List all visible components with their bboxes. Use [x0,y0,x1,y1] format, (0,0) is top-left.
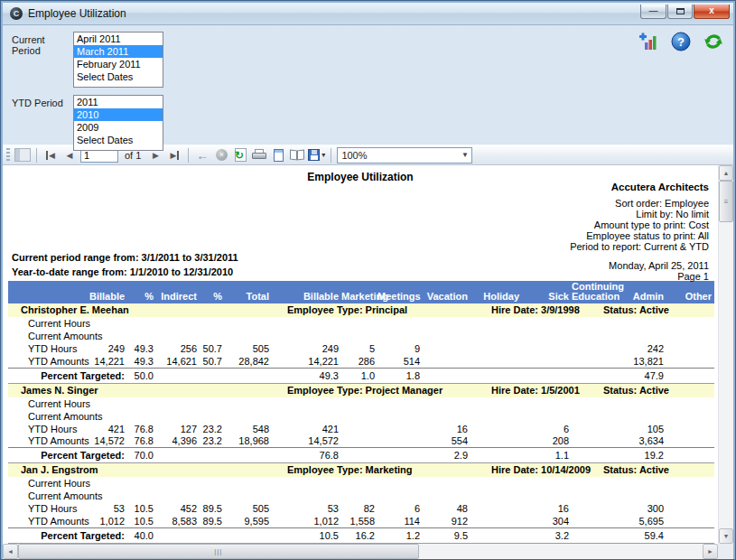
ytd-period-listbox[interactable]: 2011 2010 2009 Select Dates [73,95,163,151]
table-cell [272,490,341,502]
employee-header-cell: Christopher E. MeehanEmployee Type: Prin… [8,303,714,317]
table-cell [225,317,272,330]
vertical-scroll-thumb[interactable]: ≡ [719,181,733,222]
vertical-scrollbar[interactable]: ▲ ≡ ▼ [718,165,733,544]
table-cell [470,477,522,490]
list-item-selected[interactable]: March 2011 [74,45,163,58]
scroll-up-button[interactable]: ▲ [719,165,733,181]
last-page-button[interactable]: ▶ [166,147,182,163]
employee-header: Jan J. EngstromEmployee Type: MarketingH… [8,463,714,477]
table-cell: 6 [377,502,423,515]
employee-utilization-window: C Employee Utilization — x Current Perio… [0,0,736,560]
column-header: Meetings [377,281,423,303]
employee-header-row: Christopher E. MeehanEmployee Type: Prin… [8,303,714,317]
scroll-left-button[interactable]: ◄ [3,544,18,559]
table-cell [572,423,619,435]
table-cell: 505 [225,502,272,515]
employee-header-cell: Jan J. EngstromEmployee Type: MarketingH… [8,463,714,478]
table-cell [470,435,522,448]
toolbar-grip[interactable] [6,148,10,163]
table-cell: 53 [272,502,341,515]
table-row: Current Amounts [8,490,714,502]
help-button[interactable]: ? [670,31,692,52]
table-cell: 16.2 [341,527,377,543]
vertical-scroll-track[interactable] [719,222,733,528]
table-cell [225,490,272,502]
scroll-down-button[interactable]: ▼ [719,528,733,544]
table-cell [572,355,619,368]
table-cell: 49.3 [127,342,156,355]
table-cell [377,435,423,448]
table-row: Current Amounts [8,330,714,342]
table-cell: 1,012 [272,515,341,527]
table-cell: 249 [272,342,341,355]
table-cell [423,397,470,410]
table-cell [619,397,666,410]
zoom-select[interactable]: 100% ▼ [337,147,472,163]
table-cell [127,477,156,490]
zoom-value: 100% [338,150,458,161]
refresh-report-button[interactable]: ↻ [232,147,248,163]
table-cell [666,435,714,448]
table-cell [341,477,377,490]
table-cell [200,527,225,543]
back-button[interactable]: ← [194,147,210,163]
parameter-panel: Current Period April 2011 March 2011 Feb… [3,25,733,145]
percent-targeted-label: Percent Targeted: [8,527,127,543]
table-cell [89,397,127,410]
list-item[interactable]: April 2011 [74,33,163,45]
meta-line: Employee status to print: All [570,230,709,241]
refresh-button[interactable] [703,31,724,52]
list-item[interactable]: 2009 [74,121,163,134]
table-cell [522,368,572,383]
table-cell [423,317,470,330]
table-cell: 48 [423,502,470,515]
table-cell [200,330,225,342]
chart-plus-icon [638,32,658,51]
scroll-right-button[interactable]: ► [703,544,718,559]
table-cell [666,527,714,543]
horizontal-scrollbar[interactable]: ◄ ||| ► [3,544,718,559]
chart-button[interactable] [638,31,659,52]
table-cell [156,448,200,463]
table-cell [470,502,522,515]
table-cell [341,448,377,463]
list-item-selected[interactable]: 2010 [74,108,163,121]
report-table-body: Billable%Indirect%TotalBillableMarketing… [8,281,714,544]
table-cell: 5 [341,342,377,355]
horizontal-scroll-thumb[interactable]: ||| [18,544,419,559]
percent-targeted-label: Percent Targeted: [8,448,127,463]
report-page: Employee Utilization Accutera Architects… [3,165,718,544]
print-layout-button[interactable] [270,147,286,163]
table-cell [127,317,156,330]
ytd-range: Year-to-date range from: 1/1/2010 to 12/… [12,265,238,279]
employee-hire-date: Hire Date: 10/14/2009 [491,463,591,477]
table-cell [377,423,423,435]
table-cell [377,477,423,490]
table-cell [225,397,272,410]
table-cell [470,423,522,435]
employee-hire-date: Hire Date: 1/5/2001 [491,384,580,397]
row-label: YTD Amounts [8,515,89,527]
close-button[interactable]: x [694,5,730,19]
maximize-button[interactable] [667,5,693,19]
report-panel: Employee Utilization Accutera Architects… [3,165,733,559]
list-item[interactable]: Select Dates [74,70,163,83]
table-cell [423,330,470,342]
stop-button[interactable]: × [213,147,229,163]
list-item[interactable]: 2011 [74,96,163,108]
column-header: Total [225,281,272,303]
current-period-listbox[interactable]: April 2011 March 2011 February 2011 Sele… [73,32,163,88]
table-cell [156,490,200,502]
table-cell [666,515,714,527]
list-item[interactable]: February 2011 [74,58,163,70]
table-row: YTD Amounts14,57276.84,39623.218,96814,5… [8,435,714,448]
table-cell [522,477,572,490]
export-button[interactable]: ▾ [308,147,325,163]
horizontal-scroll-track[interactable] [419,544,703,559]
page-setup-button[interactable] [289,147,305,163]
table-cell: 10.5 [127,502,156,515]
list-item[interactable]: Select Dates [74,134,163,146]
minimize-button[interactable]: — [640,5,666,19]
print-button[interactable] [251,147,267,163]
